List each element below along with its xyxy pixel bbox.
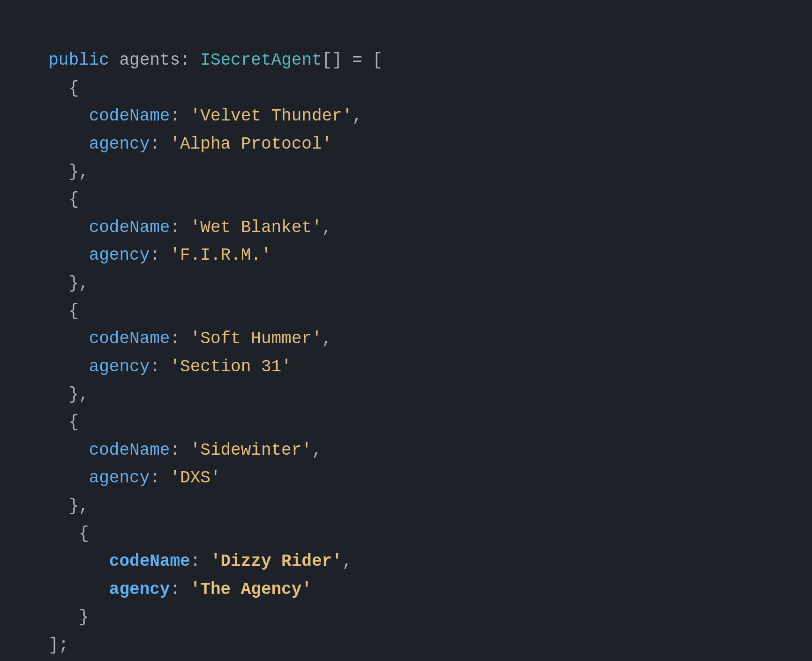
assign-operator: = [ — [342, 51, 383, 70]
open-brace-5: { — [79, 524, 89, 543]
open-brace-1: { — [68, 79, 79, 98]
open-brace-2: { — [68, 190, 79, 209]
space — [109, 51, 120, 70]
colon: : — [180, 51, 200, 70]
prop-agency-4: agency — [89, 468, 150, 488]
comma-4: , — [312, 441, 322, 460]
colon-1: : — [170, 106, 190, 126]
close-brace-1: }, — [68, 162, 89, 181]
colon-7: : — [170, 441, 190, 460]
val-agency-2: 'F.I.R.M.' — [170, 246, 271, 265]
prop-agency-5: agency — [109, 580, 170, 599]
val-agency-3: 'Section 31' — [170, 357, 291, 376]
val-codename-3: 'Soft Hummer' — [190, 329, 322, 348]
comma-1: , — [352, 106, 362, 126]
colon-8: : — [150, 468, 170, 488]
close-brace-4: }, — [68, 496, 89, 516]
val-codename-1: 'Velvet Thunder' — [190, 106, 353, 126]
colon-6: : — [150, 357, 170, 376]
val-agency-4: 'DXS' — [170, 468, 220, 488]
colon-9: : — [190, 552, 211, 571]
val-codename-2: 'Wet Blanket' — [190, 218, 322, 237]
identifier-agents: agents — [119, 51, 180, 70]
close-brace-5: } — [79, 608, 89, 627]
colon-5: : — [170, 329, 190, 348]
comma-3: , — [322, 329, 332, 348]
prop-codename-5: codeName — [109, 552, 190, 571]
close-brace-3: }, — [68, 385, 89, 404]
prop-codename-1: codeName — [89, 106, 170, 126]
keyword-public: public — [48, 51, 109, 70]
colon-2: : — [150, 135, 170, 154]
val-agency-1: 'Alpha Protocol' — [170, 135, 332, 154]
array-brackets: [] — [322, 51, 342, 70]
type-isecretagent: ISecretAgent — [200, 51, 322, 70]
comma-2: , — [322, 218, 332, 237]
open-brace-3: { — [68, 301, 79, 321]
prop-codename-4: codeName — [89, 441, 170, 460]
colon-4: : — [150, 246, 170, 265]
prop-codename-3: codeName — [89, 329, 170, 348]
close-brace-2: }, — [68, 274, 89, 293]
colon-10: : — [170, 580, 190, 599]
close-array: ]; — [48, 636, 68, 655]
val-agency-5: 'The Agency' — [190, 580, 312, 599]
comma-5: , — [342, 552, 353, 571]
prop-codename-2: codeName — [89, 218, 170, 237]
code-editor: public agents: ISecretAgent[] = [ { code… — [28, 19, 383, 659]
val-codename-4: 'Sidewinter' — [190, 441, 312, 460]
prop-agency-2: agency — [89, 246, 150, 265]
val-codename-5: 'Dizzy Rider' — [211, 552, 342, 571]
prop-agency-1: agency — [89, 135, 150, 154]
open-brace-4: { — [68, 413, 79, 432]
colon-3: : — [170, 218, 190, 237]
prop-agency-3: agency — [89, 357, 150, 376]
